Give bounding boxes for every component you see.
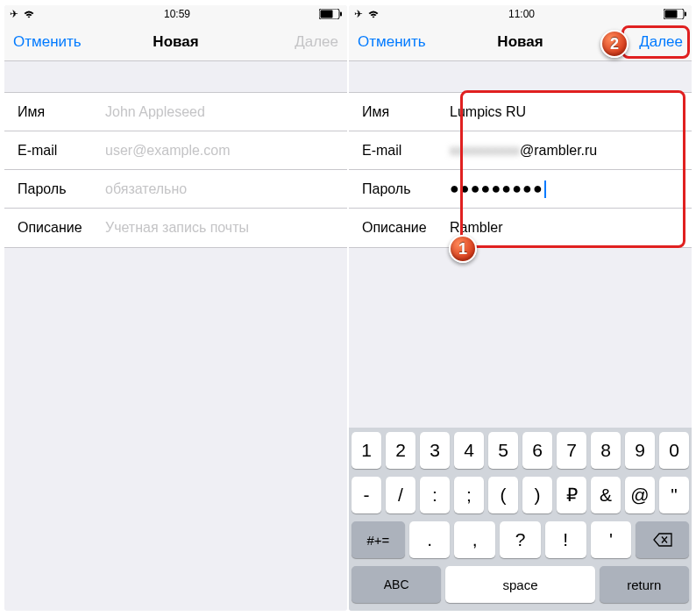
battery-icon (319, 9, 342, 19)
key-question[interactable]: ? (500, 521, 541, 558)
key-colon[interactable]: : (420, 477, 450, 513)
key-dash[interactable]: - (352, 477, 381, 513)
description-row[interactable]: Описание Rambler (349, 209, 692, 247)
key-apos[interactable]: ' (591, 521, 632, 558)
email-input[interactable]: user@example.com (105, 143, 334, 159)
phone-right: ✈ 11:00 Отменить Новая Далее Имя Lumpics… (349, 5, 692, 611)
wifi-icon (367, 10, 380, 18)
name-row[interactable]: Имя John Appleseed (4, 93, 347, 131)
key-slash[interactable]: / (386, 477, 415, 513)
key-8[interactable]: 8 (591, 432, 621, 469)
next-button: Далее (277, 33, 338, 51)
email-row[interactable]: E-mail xxxxxxxxxx@rambler.ru (349, 131, 692, 170)
key-semicolon[interactable]: ; (454, 477, 484, 513)
name-label: Имя (362, 104, 450, 120)
form-section: Имя John Appleseed E-mail user@example.c… (4, 92, 347, 248)
key-space[interactable]: space (445, 566, 594, 603)
email-row[interactable]: E-mail user@example.com (4, 131, 347, 170)
key-quote[interactable]: " (659, 477, 689, 513)
key-return[interactable]: return (600, 566, 689, 603)
name-label: Имя (18, 104, 105, 120)
backspace-icon (653, 533, 672, 547)
key-comma[interactable]: , (454, 521, 495, 558)
key-shift[interactable]: #+= (352, 521, 405, 558)
nav-bar: Отменить Новая Далее (4, 23, 347, 61)
password-input[interactable]: обязательно (105, 181, 334, 197)
svg-rect-4 (665, 11, 678, 18)
key-7[interactable]: 7 (557, 432, 586, 469)
next-button[interactable]: Далее (621, 33, 683, 51)
phone-left: ✈ 10:59 Отменить Новая Далее Имя John Ap… (4, 5, 347, 611)
nav-bar: Отменить Новая Далее (349, 23, 692, 61)
password-row[interactable]: Пароль обязательно (4, 170, 347, 209)
key-0[interactable]: 0 (659, 432, 689, 469)
key-6[interactable]: 6 (522, 432, 552, 469)
key-abc[interactable]: ABC (352, 566, 441, 603)
email-label: E-mail (362, 143, 450, 159)
status-bar: ✈ 11:00 (349, 5, 692, 23)
key-amp[interactable]: & (591, 477, 621, 513)
key-exclaim[interactable]: ! (545, 521, 586, 558)
password-label: Пароль (362, 181, 450, 197)
password-input[interactable]: ●●●●●●●●● (450, 180, 678, 198)
key-rparen[interactable]: ) (522, 477, 552, 513)
svg-rect-5 (685, 12, 686, 17)
key-9[interactable]: 9 (625, 432, 655, 469)
cancel-button[interactable]: Отменить (13, 33, 82, 51)
nav-title: Новая (153, 33, 198, 51)
key-1[interactable]: 1 (352, 432, 381, 469)
key-lparen[interactable]: ( (488, 477, 518, 513)
description-label: Описание (18, 220, 105, 236)
wifi-icon (23, 10, 35, 18)
email-label: E-mail (18, 143, 105, 159)
status-time: 10:59 (164, 8, 190, 20)
nav-title: Новая (497, 33, 543, 51)
name-input[interactable]: Lumpics RU (450, 104, 678, 120)
key-delete[interactable] (636, 521, 689, 558)
status-bar: ✈ 10:59 (4, 5, 347, 23)
text-cursor (544, 181, 546, 198)
battery-icon (664, 9, 686, 19)
cancel-button[interactable]: Отменить (358, 33, 426, 51)
description-label: Описание (362, 220, 450, 236)
password-row[interactable]: Пароль ●●●●●●●●● (349, 170, 692, 209)
name-input[interactable]: John Appleseed (105, 104, 334, 120)
key-3[interactable]: 3 (420, 432, 450, 469)
svg-rect-2 (340, 12, 342, 17)
key-4[interactable]: 4 (454, 432, 484, 469)
key-ruble[interactable]: ₽ (557, 477, 586, 513)
key-5[interactable]: 5 (488, 432, 518, 469)
name-row[interactable]: Имя Lumpics RU (349, 93, 692, 131)
description-input[interactable]: Rambler (450, 220, 678, 236)
description-input[interactable]: Учетная запись почты (105, 220, 334, 236)
password-label: Пароль (18, 181, 105, 197)
description-row[interactable]: Описание Учетная запись почты (4, 209, 347, 247)
key-2[interactable]: 2 (386, 432, 415, 469)
key-period[interactable]: . (409, 521, 451, 558)
airplane-icon: ✈ (10, 8, 18, 20)
status-time: 11:00 (508, 8, 535, 20)
keyboard: 1 2 3 4 5 6 7 8 9 0 - / : ; ( ) ₽ & @ (349, 428, 692, 611)
form-section: Имя Lumpics RU E-mail xxxxxxxxxx@rambler… (349, 92, 692, 248)
svg-rect-1 (321, 11, 333, 18)
email-input[interactable]: xxxxxxxxxx@rambler.ru (450, 143, 678, 159)
key-at[interactable]: @ (625, 477, 655, 513)
airplane-icon: ✈ (354, 8, 363, 20)
